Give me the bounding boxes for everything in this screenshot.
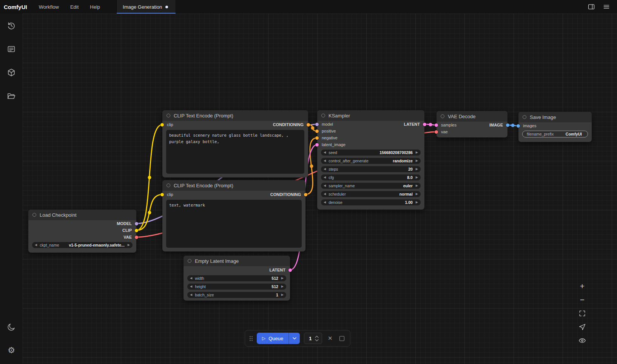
decrement-icon[interactable]: ◀	[190, 293, 192, 296]
node-save-image[interactable]: Save Image images filename_prefix ComfyU…	[518, 112, 592, 142]
widget-height[interactable]: ◀ height 512 ▶	[187, 284, 286, 290]
increment-icon[interactable]	[315, 336, 319, 338]
collapse-dot[interactable]	[167, 114, 170, 117]
decrement-icon[interactable]: ◀	[324, 193, 326, 196]
decrement-icon[interactable]: ◀	[190, 285, 192, 288]
decrement-icon[interactable]: ◀	[324, 151, 326, 154]
node-header[interactable]: CLIP Text Encode (Prompt)	[162, 110, 308, 121]
port-latent-out[interactable]	[423, 123, 426, 126]
node-clip-text-encode-negative[interactable]: CLIP Text Encode (Prompt) clip CONDITION…	[162, 180, 305, 251]
settings-gear-icon[interactable]: ⚙	[7, 346, 16, 355]
port-negative-in[interactable]	[315, 136, 319, 140]
decrement-icon[interactable]: ◀	[35, 244, 37, 247]
port-model-out[interactable]	[135, 222, 138, 225]
port-image-out[interactable]	[506, 123, 509, 127]
port-vae-out[interactable]	[135, 236, 138, 239]
fit-view-button[interactable]	[578, 309, 587, 318]
decrement-icon[interactable]: ◀	[324, 201, 326, 204]
node-header[interactable]: KSampler	[317, 110, 424, 121]
node-vae-decode[interactable]: VAE Decode samples IMAGE vae	[437, 111, 507, 137]
widget-cfg[interactable]: ◀ cfg 8.0 ▶	[321, 174, 421, 180]
drag-handle[interactable]	[250, 336, 253, 341]
collapse-dot[interactable]	[321, 114, 325, 117]
widget-width[interactable]: ◀ width 512 ▶	[187, 275, 286, 281]
model-library-icon[interactable]	[7, 68, 16, 77]
collapse-dot[interactable]	[441, 114, 444, 118]
queue-options-dropdown[interactable]	[288, 333, 300, 344]
collapse-dot[interactable]	[167, 184, 170, 187]
widget-steps[interactable]: ◀ steps 20 ▶	[321, 166, 421, 172]
increment-icon[interactable]: ▶	[281, 277, 284, 280]
widget-filename-prefix[interactable]: filename_prefix ComfyUI	[522, 131, 588, 137]
node-header[interactable]: Empty Latent Image	[184, 256, 290, 266]
node-header[interactable]: Save Image	[518, 112, 592, 122]
node-header[interactable]: Load Checkpoint	[28, 210, 136, 220]
node-header[interactable]: CLIP Text Encode (Prompt)	[162, 180, 305, 191]
menu-help[interactable]: Help	[84, 0, 106, 14]
increment-icon[interactable]: ▶	[416, 193, 418, 196]
port-vae-in[interactable]	[435, 130, 438, 134]
zoom-in-button[interactable]: +	[578, 282, 587, 291]
port-clip-in[interactable]	[160, 123, 164, 126]
increment-icon[interactable]: ▶	[416, 201, 418, 204]
increment-icon[interactable]: ▶	[416, 184, 418, 187]
increment-icon[interactable]: ▶	[281, 285, 284, 288]
widget-scheduler[interactable]: ◀ scheduler normal ▶	[321, 191, 421, 197]
negative-prompt-text[interactable]: text, watermark	[166, 200, 302, 248]
port-positive-in[interactable]	[315, 130, 319, 133]
increment-icon[interactable]: ▶	[128, 244, 130, 247]
positive-prompt-text[interactable]: beautiful scenery nature glass bottle la…	[166, 130, 304, 174]
port-images-in[interactable]	[517, 124, 520, 128]
collapse-dot[interactable]	[523, 115, 526, 119]
hamburger-menu-icon[interactable]	[603, 3, 610, 11]
increment-icon[interactable]: ▶	[416, 151, 418, 154]
queue-list-icon[interactable]	[7, 45, 16, 54]
node-clip-text-encode-positive[interactable]: CLIP Text Encode (Prompt) clip CONDITION…	[162, 110, 308, 177]
select-pointer-button[interactable]	[578, 322, 587, 332]
port-latent-image-in[interactable]	[315, 143, 319, 147]
node-ksampler[interactable]: KSampler model LATENT positive negative …	[317, 110, 424, 210]
workflows-folder-icon[interactable]	[7, 91, 16, 100]
stop-icon[interactable]	[338, 335, 346, 342]
port-clip-in[interactable]	[160, 193, 164, 196]
decrement-icon[interactable]: ◀	[324, 168, 326, 171]
widget-control-after-generate[interactable]: ◀ control_after_generate randomize ▶	[321, 158, 421, 164]
zoom-out-button[interactable]: −	[578, 295, 587, 304]
widget-sampler-name[interactable]: ◀ sampler_name euler ▶	[321, 183, 421, 189]
history-icon[interactable]	[7, 21, 16, 30]
port-model-in[interactable]	[315, 123, 319, 126]
decrement-icon[interactable]: ◀	[324, 184, 326, 187]
increment-icon[interactable]: ▶	[281, 293, 284, 296]
queue-button[interactable]: ▷ Queue	[257, 333, 288, 344]
port-clip-out[interactable]	[135, 229, 138, 232]
node-graph-canvas[interactable]: Load Checkpoint MODEL CLIP VAE ◀ ckpt_na…	[23, 14, 617, 364]
widget-seed[interactable]: ◀ seed 156680208700286 ▶	[321, 150, 421, 156]
increment-icon[interactable]: ▶	[416, 159, 418, 162]
tab-image-generation[interactable]: Image Generation	[116, 0, 176, 14]
port-latent-out[interactable]	[288, 268, 292, 272]
menu-workflow[interactable]: Workflow	[33, 0, 65, 14]
toggle-panel-icon[interactable]	[588, 3, 595, 11]
widget-denoise[interactable]: ◀ denoise 1.00 ▶	[321, 199, 421, 205]
port-conditioning-out[interactable]	[307, 123, 310, 126]
toggle-visibility-eye-button[interactable]	[578, 336, 587, 345]
decrement-icon[interactable]: ◀	[190, 277, 192, 280]
node-header[interactable]: VAE Decode	[437, 111, 507, 122]
increment-icon[interactable]: ▶	[416, 168, 418, 171]
widget-batch-size[interactable]: ◀ batch_size 1 ▶	[187, 292, 286, 298]
port-samples-in[interactable]	[435, 123, 438, 127]
batch-count-input[interactable]: 1	[304, 333, 322, 344]
theme-moon-icon[interactable]	[7, 322, 16, 332]
node-empty-latent-image[interactable]: Empty Latent Image LATENT ◀ width 512 ▶ …	[184, 256, 290, 301]
decrement-icon[interactable]: ◀	[324, 176, 326, 179]
decrement-icon[interactable]: ◀	[324, 159, 326, 162]
menu-edit[interactable]: Edit	[65, 0, 84, 14]
collapse-dot[interactable]	[32, 213, 36, 217]
increment-icon[interactable]: ▶	[416, 176, 418, 179]
decrement-icon[interactable]	[315, 339, 319, 341]
widget-ckpt-name[interactable]: ◀ ckpt_name v1-5-pruned-emaonly.safete..…	[32, 242, 133, 248]
clear-queue-icon[interactable]: ✕	[326, 335, 334, 342]
collapse-dot[interactable]	[188, 259, 191, 263]
port-conditioning-out[interactable]	[304, 193, 307, 196]
node-load-checkpoint[interactable]: Load Checkpoint MODEL CLIP VAE ◀ ckpt_na…	[28, 210, 136, 253]
